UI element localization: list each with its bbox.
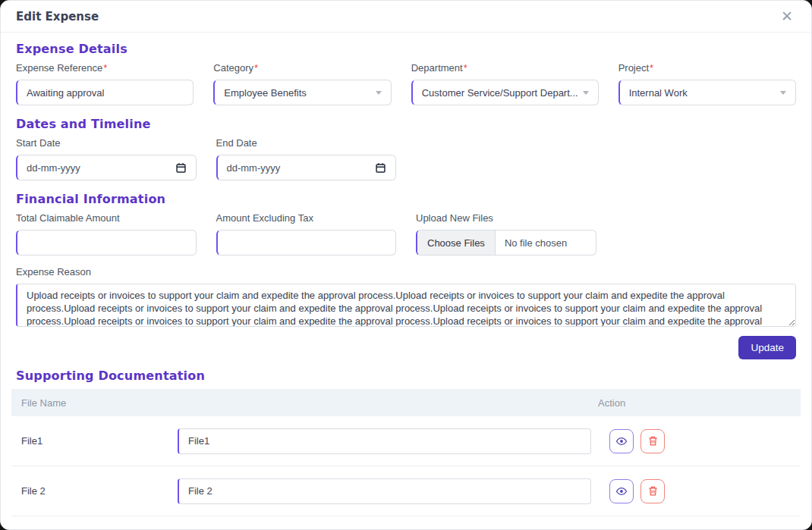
department-select[interactable]: Customer Service/Support Depart... — [411, 80, 599, 105]
column-header-file-name: File Name — [11, 397, 588, 409]
project-label: Project* — [618, 62, 796, 74]
section-heading-documentation: Supporting Documentation — [1, 368, 811, 383]
project-select[interactable]: Internal Work — [618, 80, 796, 105]
file-chosen-status: No file chosen — [496, 237, 576, 249]
field-upload-files: Upload New Files Choose Files No file ch… — [416, 212, 596, 256]
eye-icon — [615, 435, 628, 447]
delete-file-button[interactable] — [640, 479, 665, 503]
end-date-placeholder: dd-mm-yyyy — [227, 162, 281, 174]
financial-grid: Total Claimable Amount Amount Excluding … — [16, 212, 796, 256]
amount-excluding-tax-input[interactable] — [216, 230, 397, 256]
project-selected-value: Internal Work — [629, 87, 688, 99]
modal-header: Edit Expense ✕ — [1, 1, 811, 33]
expense-reason-textarea[interactable]: Upload receipts or invoices to support y… — [16, 284, 796, 327]
delete-file-button[interactable] — [640, 429, 665, 453]
documents-table: File Name Action File1 File 2 — [11, 389, 801, 516]
required-asterisk: * — [103, 62, 107, 74]
start-date-placeholder: dd-mm-yyyy — [27, 162, 80, 174]
trash-icon — [647, 435, 659, 447]
table-row: File 2 — [11, 466, 801, 516]
field-end-date: End Date dd-mm-yyyy — [216, 137, 397, 180]
update-row: Update — [1, 336, 811, 359]
field-expense-reason: Expense Reason Upload receipts or invoic… — [16, 266, 796, 327]
row-actions — [609, 479, 665, 503]
row-actions — [609, 429, 665, 453]
file-name-text: File 2 — [21, 485, 178, 497]
required-asterisk: * — [254, 62, 258, 74]
field-department: Department* Customer Service/Support Dep… — [411, 62, 599, 105]
field-category: Category* Employee Benefits — [213, 62, 391, 105]
trash-icon — [647, 485, 659, 497]
field-total-claimable: Total Claimable Amount — [16, 212, 197, 256]
chevron-down-icon — [583, 91, 589, 95]
required-asterisk: * — [464, 62, 467, 74]
close-icon[interactable]: ✕ — [778, 8, 796, 25]
choose-files-button[interactable]: Choose Files — [417, 231, 496, 255]
modal-title: Edit Expense — [16, 10, 99, 24]
update-button[interactable]: Update — [738, 336, 796, 359]
file-name-input[interactable] — [178, 478, 591, 504]
expense-reason-label: Expense Reason — [16, 266, 796, 278]
start-date-input[interactable]: dd-mm-yyyy — [16, 155, 197, 180]
category-selected-value: Employee Benefits — [224, 87, 306, 99]
amount-excluding-tax-label: Amount Excluding Tax — [216, 212, 397, 224]
file-name-text: File1 — [21, 435, 178, 447]
expense-reference-label: Expense Reference* — [16, 62, 194, 74]
dates-grid: Start Date dd-mm-yyyy End Date dd-mm-yyy… — [16, 137, 796, 180]
edit-expense-modal: Edit Expense ✕ Expense Details Expense R… — [0, 0, 812, 530]
expense-details-grid: Expense Reference* Category* Employee Be… — [16, 62, 796, 105]
end-date-label: End Date — [216, 137, 397, 149]
category-select[interactable]: Employee Benefits — [213, 80, 391, 105]
total-claimable-label: Total Claimable Amount — [16, 212, 197, 224]
file-upload-input[interactable]: Choose Files No file chosen — [416, 230, 596, 256]
section-heading-financial: Financial Information — [16, 192, 796, 206]
documents-table-header: File Name Action — [11, 389, 801, 416]
view-file-button[interactable] — [609, 429, 634, 453]
field-start-date: Start Date dd-mm-yyyy — [16, 137, 197, 180]
supporting-documentation-section: Supporting Documentation File Name Actio… — [1, 368, 811, 516]
total-claimable-input[interactable] — [16, 230, 197, 256]
calendar-icon[interactable] — [375, 162, 386, 174]
department-label: Department* — [411, 62, 599, 74]
column-header-action: Action — [588, 397, 625, 409]
chevron-down-icon — [376, 91, 382, 95]
calendar-icon[interactable] — [175, 162, 187, 174]
field-project: Project* Internal Work — [618, 62, 796, 105]
modal-content: Expense Details Expense Reference* Categ… — [1, 33, 811, 327]
chevron-down-icon — [780, 91, 786, 95]
section-heading-dates: Dates and Timeline — [16, 117, 796, 131]
field-amount-excluding-tax: Amount Excluding Tax — [216, 212, 397, 256]
category-label: Category* — [213, 62, 391, 74]
end-date-input[interactable]: dd-mm-yyyy — [216, 155, 397, 180]
field-expense-reference: Expense Reference* — [16, 62, 194, 105]
view-file-button[interactable] — [609, 479, 634, 503]
table-row: File1 — [11, 416, 801, 466]
upload-files-label: Upload New Files — [416, 212, 596, 224]
start-date-label: Start Date — [16, 137, 197, 149]
eye-icon — [615, 485, 628, 497]
department-selected-value: Customer Service/Support Depart... — [422, 87, 578, 99]
file-name-input[interactable] — [178, 428, 591, 454]
required-asterisk: * — [650, 62, 653, 74]
expense-reference-input[interactable] — [16, 80, 194, 105]
section-heading-expense-details: Expense Details — [16, 42, 796, 56]
